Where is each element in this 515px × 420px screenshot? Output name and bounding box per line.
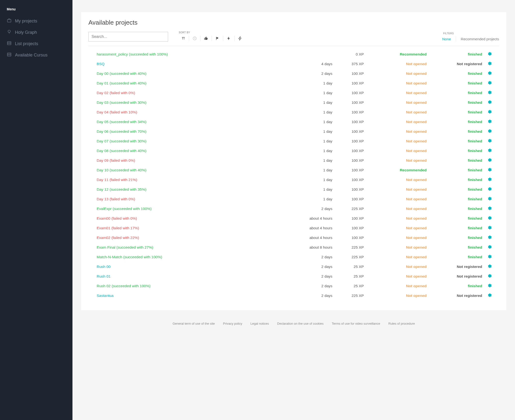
footer-link[interactable]: Declaration on the use of cookies — [277, 322, 323, 325]
filter-none[interactable]: None — [442, 37, 451, 41]
project-name[interactable]: Day 02 (failed with 0%) — [97, 91, 291, 95]
balloon-icon — [7, 30, 12, 36]
project-name[interactable]: Exam02 (failed with 22%) — [97, 236, 291, 240]
table-row: BSQ4 days375 XPNot openedNot registered — [88, 59, 499, 69]
gear-icon[interactable] — [482, 158, 492, 163]
project-xp: 100 XP — [335, 91, 364, 95]
project-name[interactable]: Exam00 (failed with 0%) — [97, 216, 291, 221]
footer-link[interactable]: Legal notices — [251, 322, 269, 325]
sort-time-icon[interactable] — [189, 35, 200, 42]
gear-icon[interactable] — [482, 177, 492, 182]
search-input[interactable] — [88, 32, 168, 42]
sidebar-item[interactable]: Available Cursus — [0, 50, 72, 61]
table-row: Day 13 (failed with 0%)1 day100 XPNot op… — [88, 194, 499, 204]
table-row: Rush 012 days25 XPNot openedNot register… — [88, 271, 499, 281]
gear-icon[interactable] — [482, 235, 492, 240]
project-name[interactable]: Day 08 (succeeded with 40%) — [97, 149, 291, 153]
gear-icon[interactable] — [482, 187, 492, 192]
project-status: finished — [427, 245, 482, 250]
project-name[interactable]: Sastantua — [97, 293, 291, 298]
footer-link[interactable]: Rules of procedure — [388, 322, 415, 325]
project-name[interactable]: Day 05 (succeeded with 34%) — [97, 120, 291, 124]
project-name[interactable]: Exam01 (failed with 17%) — [97, 226, 291, 230]
project-duration: 2 days — [291, 207, 335, 211]
toolbar: SORT BY — [88, 31, 499, 46]
gear-icon[interactable] — [482, 216, 492, 221]
project-name[interactable]: Rush 01 — [97, 274, 291, 278]
project-name[interactable]: Day 09 (failed with 0%) — [97, 158, 291, 163]
project-name[interactable]: Day 01 (succeeded with 40%) — [97, 81, 291, 85]
sort-name-icon[interactable] — [178, 35, 189, 42]
sort-flag-icon[interactable] — [212, 35, 223, 42]
project-name[interactable]: Day 06 (succeeded with 70%) — [97, 129, 291, 134]
gear-icon[interactable] — [482, 274, 492, 279]
gear-icon[interactable] — [482, 293, 492, 298]
project-name[interactable]: Day 11 (failed with 21%) — [97, 178, 291, 182]
project-xp: 225 XP — [335, 293, 364, 298]
project-status: finished — [427, 255, 482, 259]
svg-point-1 — [8, 30, 10, 33]
gear-icon[interactable] — [482, 61, 492, 67]
gear-icon[interactable] — [482, 71, 492, 76]
project-name[interactable]: Rush 00 — [97, 264, 291, 269]
sidebar-item[interactable]: Holy Graph — [0, 27, 72, 38]
project-name[interactable]: Day 10 (succeeded with 40%) — [97, 168, 291, 172]
table-row: Day 10 (succeeded with 40%)1 day100 XPRe… — [88, 165, 499, 175]
project-recommendation: Not opened — [364, 245, 427, 250]
gear-icon[interactable] — [482, 283, 492, 289]
project-name[interactable]: Day 03 (succeeded with 30%) — [97, 100, 291, 105]
gear-icon[interactable] — [482, 264, 492, 269]
project-name[interactable]: Rush 02 (succeeded with 100%) — [97, 284, 291, 288]
gear-icon[interactable] — [482, 196, 492, 202]
table-row: Exam01 (failed with 17%)about 4 hours100… — [88, 223, 499, 233]
gear-icon[interactable] — [482, 129, 492, 134]
project-name[interactable]: Day 13 (failed with 0%) — [97, 197, 291, 201]
sidebar-item-label: My projects — [15, 19, 37, 24]
project-name[interactable]: harassment_policy (succeeded with 100%) — [97, 52, 291, 56]
svg-rect-2 — [8, 42, 11, 45]
project-name[interactable]: Day 04 (failed with 10%) — [97, 110, 291, 114]
project-name[interactable]: Match-N-Match (succeeded with 100%) — [97, 255, 291, 259]
sort-bolt-alt-icon[interactable] — [235, 35, 246, 42]
sort-thumb-icon[interactable] — [200, 35, 212, 42]
project-name[interactable]: Exam Final (succeeded with 27%) — [97, 245, 291, 250]
project-recommendation: Not opened — [364, 187, 427, 192]
table-row: EvalExpr (succeeded with 100%)2 days225 … — [88, 204, 499, 214]
project-name[interactable]: BSQ — [97, 62, 291, 66]
project-xp: 100 XP — [335, 100, 364, 105]
main: Available projects SORT BY — [72, 0, 515, 420]
sidebar-item[interactable]: List projects — [0, 38, 72, 50]
gear-icon[interactable] — [482, 52, 492, 57]
project-name[interactable]: EvalExpr (succeeded with 100%) — [97, 207, 291, 211]
footer-link[interactable]: Terms of use for video surveillance — [332, 322, 380, 325]
gear-icon[interactable] — [482, 100, 492, 105]
gear-icon[interactable] — [482, 245, 492, 250]
gear-icon[interactable] — [482, 119, 492, 125]
gear-icon[interactable] — [482, 90, 492, 96]
table-row: Rush 002 days25 XPNot openedNot register… — [88, 262, 499, 271]
gear-icon[interactable] — [482, 206, 492, 211]
gear-icon[interactable] — [482, 110, 492, 115]
project-status: finished — [427, 216, 482, 221]
project-duration: 2 days — [291, 284, 335, 288]
project-duration: 2 days — [291, 71, 335, 76]
gear-icon[interactable] — [482, 148, 492, 154]
project-xp: 0 XP — [335, 52, 364, 56]
gear-icon[interactable] — [482, 81, 492, 86]
list-icon — [7, 41, 12, 47]
footer-link[interactable]: General term of use of the site — [172, 322, 215, 325]
project-name[interactable]: Day 07 (succeeded with 30%) — [97, 139, 291, 143]
filter-recommended[interactable]: Recommended projects — [461, 37, 499, 41]
project-name[interactable]: Day 00 (succeeded with 40%) — [97, 71, 291, 76]
project-name[interactable]: Day 12 (succeeded with 35%) — [97, 187, 291, 192]
footer-link[interactable]: Privacy policy — [223, 322, 242, 325]
project-recommendation: Not opened — [364, 236, 427, 240]
gear-icon[interactable] — [482, 139, 492, 144]
sort-icons — [178, 35, 246, 42]
gear-icon[interactable] — [482, 255, 492, 260]
sidebar-item[interactable]: My projects — [0, 15, 72, 27]
gear-icon[interactable] — [482, 225, 492, 231]
sort-bolt-icon[interactable] — [223, 35, 234, 42]
project-status: finished — [427, 120, 482, 124]
gear-icon[interactable] — [482, 167, 492, 173]
